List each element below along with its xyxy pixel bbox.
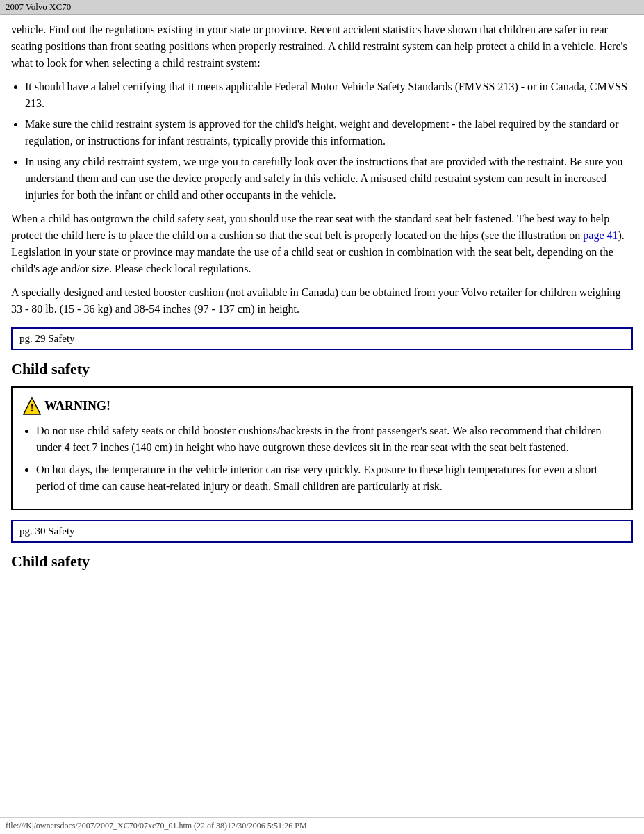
bullet-item-3: In using any child restraint system, we …	[25, 154, 633, 204]
warning-icon: !	[22, 396, 42, 416]
warning-title-text: WARNING!	[44, 399, 110, 414]
para2-before-link: When a child has outgrown the child safe…	[11, 213, 609, 241]
intro-paragraph1: vehicle. Find out the regulations existi…	[11, 22, 633, 72]
warning-bullet-list: Do not use child safety seats or child b…	[36, 423, 622, 495]
header-bar: 2007 Volvo XC70	[0, 0, 644, 15]
header-title: 2007 Volvo XC70	[6, 1, 71, 12]
bullet-list-intro: It should have a label certifying that i…	[25, 79, 633, 204]
child-safety-heading-2: Child safety	[11, 553, 633, 571]
bullet-item-2: Make sure the child restraint system is …	[25, 116, 633, 149]
bullet-item-1: It should have a label certifying that i…	[25, 79, 633, 112]
child-safety-heading-1: Child safety	[11, 360, 633, 378]
footer-text: file:///K|/ownersdocs/2007/2007_XC70/07x…	[6, 821, 307, 831]
svg-text:!: !	[31, 403, 34, 414]
page-41-link[interactable]: page 41	[583, 229, 618, 241]
warning-bullet-2: On hot days, the temperature in the vehi…	[36, 461, 622, 495]
warning-title-row: ! WARNING!	[22, 396, 622, 416]
page-box-2: pg. 30 Safety	[11, 520, 633, 543]
paragraph-booster: When a child has outgrown the child safe…	[11, 211, 633, 277]
page-box-1: pg. 29 Safety	[11, 327, 633, 350]
page-box-1-text: pg. 29 Safety	[19, 333, 75, 344]
warning-box: ! WARNING! Do not use child safety seats…	[11, 386, 633, 510]
warning-bullet-1: Do not use child safety seats or child b…	[36, 423, 622, 456]
paragraph-booster-2: A specially designed and tested booster …	[11, 284, 633, 318]
footer-bar: file:///K|/ownersdocs/2007/2007_XC70/07x…	[0, 817, 644, 834]
main-content: vehicle. Find out the regulations existi…	[0, 15, 644, 621]
page-box-2-text: pg. 30 Safety	[19, 525, 75, 537]
